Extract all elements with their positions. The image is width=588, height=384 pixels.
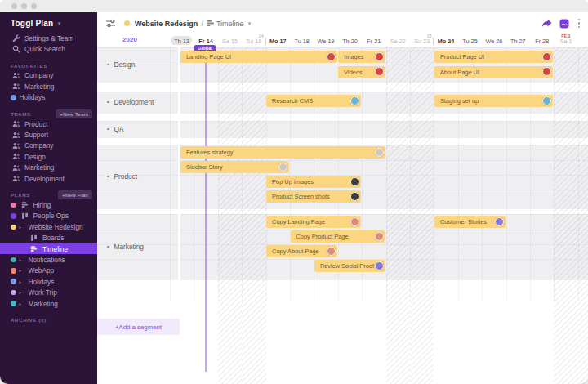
expand-caret-icon[interactable]: ▸	[20, 268, 27, 273]
task-bar[interactable]: Customer Stories	[434, 216, 506, 228]
sidebar-item-company[interactable]: Company	[0, 141, 97, 151]
task-bar[interactable]: Copy Landing Page	[266, 216, 361, 228]
task-bar[interactable]: Sidebar Story	[180, 161, 289, 173]
task-bar[interactable]: Product Screen shots	[266, 190, 361, 203]
app-brand[interactable]: Toggl Plan▼	[0, 12, 97, 33]
task-bar[interactable]: Staging set up	[434, 95, 554, 107]
day-column-separator	[482, 47, 483, 301]
task-label: Customer Stories	[440, 218, 487, 225]
sidebar-item-marketing[interactable]: Marketing	[0, 81, 97, 92]
day-label: Mo 17	[270, 38, 287, 45]
weekend-hatch	[242, 47, 265, 384]
window-close-button[interactable]	[11, 3, 17, 9]
timeline-icon	[20, 201, 30, 208]
day-header-fr-14[interactable]: Fr 14	[194, 37, 217, 46]
sidebar-nav: Settings & TeamQuick SearchFAVOURITESCom…	[0, 33, 97, 324]
sidebar-item-work-trip[interactable]: ▸Work Trip	[0, 287, 97, 297]
weekend-hatch	[386, 47, 410, 384]
day-header-mo-17[interactable]: Mo 17	[266, 37, 290, 46]
day-header-fr-21[interactable]: Fr 21	[362, 37, 385, 46]
sidebar-item-holidays[interactable]: ▸Holidays	[0, 276, 97, 287]
sidebar-item-quick-search[interactable]: Quick Search	[0, 43, 97, 54]
more-options-icon[interactable]	[577, 17, 581, 29]
sidebar-item-design[interactable]: Design	[0, 151, 97, 162]
day-header-th-20[interactable]: Th 20	[338, 37, 362, 46]
view-title[interactable]: Timeline	[216, 20, 244, 28]
task-bar[interactable]: Copy Product Page	[291, 230, 385, 243]
sidebar-item-holidays[interactable]: Holidays	[0, 92, 97, 103]
sidebar-item-notifications[interactable]: ▸Notifications	[0, 254, 97, 265]
task-label: Images	[344, 53, 363, 60]
day-header-we-26[interactable]: We 26	[482, 37, 506, 46]
color-dot	[11, 301, 16, 306]
window-minimize-button[interactable]	[21, 3, 27, 9]
sidebar-item-people-ops[interactable]: People Ops	[0, 211, 97, 221]
task-bar[interactable]: Landing Page UI	[180, 51, 337, 63]
color-dot	[11, 95, 16, 100]
day-header-th-27[interactable]: Th 27	[506, 37, 530, 46]
sidebar-item-timeline[interactable]: Timeline	[0, 243, 97, 254]
task-bar[interactable]: Research CMS	[266, 95, 361, 107]
window-zoom-button[interactable]	[31, 3, 37, 9]
day-label: We 26	[485, 38, 502, 45]
day-column-separator	[506, 47, 507, 301]
day-header-sa-1[interactable]: Sa 1FEB	[554, 37, 577, 46]
day-header-fr-28[interactable]: Fr 28	[530, 37, 554, 46]
sidebar-item-webapp[interactable]: ▸WebApp	[0, 266, 97, 276]
task-bar[interactable]: Review Social Proof	[314, 260, 385, 272]
day-header-sa-15[interactable]: Sa 15	[218, 37, 242, 46]
task-bar[interactable]: About Page UI	[434, 66, 554, 78]
color-dot	[11, 290, 16, 296]
expand-caret-icon[interactable]: ▸	[20, 290, 27, 295]
task-bar[interactable]: Product Page UI	[434, 51, 554, 63]
sidebar-item-support[interactable]: Support	[0, 129, 97, 140]
task-bar[interactable]: Features strategy	[180, 146, 385, 159]
expand-caret-icon[interactable]: ▸	[20, 257, 27, 262]
expand-caret-icon[interactable]: ▸	[20, 279, 27, 284]
sidebar-item-development[interactable]: Development	[0, 173, 97, 184]
assignee-avatar	[375, 67, 384, 76]
day-header-we-19[interactable]: We 19	[314, 37, 337, 46]
sidebar-item-product[interactable]: Product	[0, 118, 97, 129]
sidebar-section-teams: TEAMS+New Team	[0, 109, 97, 118]
new-team-button[interactable]: +New Team	[56, 109, 92, 118]
segment-name: Design	[114, 60, 136, 69]
task-bar[interactable]: Images	[338, 51, 385, 63]
sidebar-item-boards[interactable]: Boards	[0, 232, 97, 243]
day-label: Sa 15	[222, 38, 238, 45]
day-header-mo-24[interactable]: Mo 24	[434, 37, 457, 46]
section-title: PLANS	[11, 192, 30, 198]
segment-bullet	[107, 128, 109, 131]
view-dropdown-icon[interactable]: ▼	[247, 21, 252, 26]
sidebar-section-plans: PLANS+New Plan	[0, 190, 97, 199]
sidebar-item-marketing[interactable]: Marketing	[0, 163, 97, 173]
app-badge-icon[interactable]	[559, 19, 569, 29]
day-header-tu-18[interactable]: Tu 18	[290, 37, 314, 46]
sidebar-item-marketing[interactable]: ▸Marketing	[0, 298, 97, 309]
day-header-th-13[interactable]: Th 13	[170, 37, 194, 46]
sidebar-item-website-redesign[interactable]: ▸Website Redesign	[0, 221, 97, 232]
day-header-sa-22[interactable]: Sa 22	[386, 37, 410, 46]
segment-bullet	[107, 176, 109, 178]
color-dot	[11, 213, 16, 219]
assignee-avatar	[375, 232, 384, 241]
task-label: Product Page UI	[440, 53, 484, 60]
task-bar[interactable]: Copy About Page	[266, 245, 337, 257]
filter-icon[interactable]	[105, 19, 116, 28]
expand-caret-icon[interactable]: ▸	[20, 225, 27, 230]
weekend-hatch	[410, 47, 434, 384]
day-header-tu-25[interactable]: Tu 25	[458, 37, 482, 46]
expand-caret-icon[interactable]: ▸	[20, 301, 27, 306]
label-column-divider	[178, 47, 180, 301]
new-plan-button[interactable]: +New Plan	[58, 190, 92, 199]
sidebar-item-hiring[interactable]: Hiring	[0, 199, 97, 210]
task-bar[interactable]: Pop Up Images	[266, 176, 361, 188]
task-label: Pop Up Images	[272, 178, 314, 185]
share-icon[interactable]	[541, 19, 552, 28]
plan-title[interactable]: Website Redesign	[135, 20, 198, 28]
sidebar-item-settings-team[interactable]: Settings & Team	[0, 33, 97, 43]
color-dot	[11, 225, 16, 230]
add-segment-button[interactable]: +Add a segment	[97, 319, 180, 335]
task-bar[interactable]: Videos	[338, 66, 385, 78]
sidebar-item-company[interactable]: Company	[0, 70, 97, 81]
